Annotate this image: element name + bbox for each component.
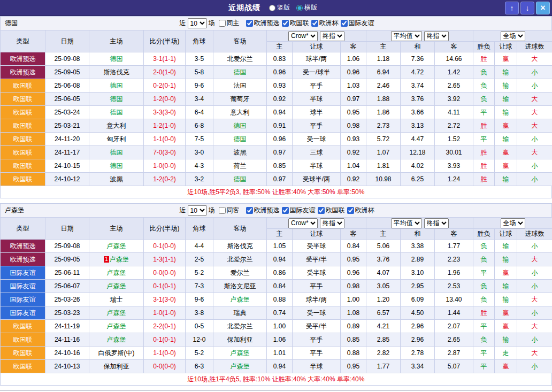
layout-horizontal-radio[interactable]: 横版	[296, 3, 317, 12]
league-checkbox-input[interactable]	[282, 207, 289, 214]
filter-controls: 近10场同主欧洲预选欧国联欧洲杯国际友谊	[178, 18, 374, 28]
match-row: 欧国联24-11-20匈牙利1-1(0-0)7-5德国0.96受一球0.935.…	[1, 133, 552, 146]
league-checkbox[interactable]: 欧洲预选	[246, 206, 280, 215]
horizontal-radio-input[interactable]	[296, 5, 303, 11]
odds-source-select[interactable]: 终指	[424, 218, 449, 228]
odds-home-cell: 0.97	[267, 146, 293, 159]
match-row: 欧洲预选25-09-051卢森堡1-3(1-1)2-5北爱尔兰0.94受平/半0…	[1, 253, 552, 266]
scroll-up-button[interactable]: ↑	[505, 2, 519, 14]
matches-label: 场	[209, 19, 215, 28]
home-team-label: 瑞士	[110, 296, 123, 303]
column-header: 客场	[213, 30, 267, 52]
home-team-cell: 斯洛伐克	[89, 66, 144, 79]
odds-away-cell: 0.96	[341, 66, 366, 79]
league-checkbox-input[interactable]	[341, 20, 348, 27]
score-cell: 1-1(0-0)	[144, 347, 186, 360]
competition-type-badge: 欧国联	[1, 360, 45, 373]
league-checkbox-input[interactable]	[347, 207, 354, 214]
league-checkbox[interactable]: 国际友谊	[282, 206, 316, 215]
layout-vertical-radio[interactable]: 竖版	[269, 3, 290, 12]
odds-away-cell: 0.85	[341, 333, 366, 347]
match-result-cell: 胜	[473, 52, 495, 66]
odds-home-cell: 0.94	[267, 360, 293, 373]
date-cell: 24-11-17	[45, 146, 89, 159]
odds-source-select[interactable]: Crow*	[288, 31, 318, 41]
odds-away-cell: 0.97	[341, 93, 366, 106]
avg-away-odds-cell: 3.92	[435, 93, 473, 106]
league-checkbox[interactable]: 欧洲杯	[347, 206, 374, 215]
avg-away-odds-cell: 2.65	[435, 333, 473, 347]
avg-draw-odds-cell: 3.66	[401, 106, 435, 119]
league-checkbox[interactable]: 国际友谊	[341, 19, 374, 28]
handicap-line-cell: 受一球	[293, 133, 341, 146]
competition-type-badge: 欧国联	[1, 106, 45, 119]
league-checkbox[interactable]: 欧洲预选	[246, 19, 280, 28]
handicap-result-cell: 输	[495, 133, 517, 146]
match-row: 欧国联25-03-24德国3-3(3-0)6-4意大利0.94球半0.951.8…	[1, 106, 552, 119]
competition-type-badge: 欧国联	[1, 333, 45, 347]
odds-source-select[interactable]: 全场	[501, 31, 525, 41]
handicap-result-cell: 输	[495, 240, 517, 253]
same-venue-checkbox-input[interactable]	[219, 207, 226, 214]
league-checkbox-input[interactable]	[311, 20, 318, 27]
column-header: 客场	[213, 218, 267, 240]
away-team-cell: 保加利亚	[213, 333, 267, 347]
filter-bar: 卢森堡近10场同客欧洲预选国际友谊欧国联欧洲杯	[0, 203, 552, 217]
recent-label: 近	[180, 206, 186, 215]
odds-home-cell: 0.74	[267, 306, 293, 320]
handicap-result-cell: 赢	[495, 306, 517, 320]
handicap-result-cell: 赢	[495, 119, 517, 133]
handicap-line-cell: 平手	[293, 79, 341, 93]
home-team-label: 德国	[110, 149, 123, 156]
handicap-result-cell: 走	[495, 347, 517, 360]
odds-source-select[interactable]: 终指	[424, 31, 449, 41]
goals-result-cell: 大	[517, 106, 552, 119]
odds-source-select[interactable]: 平均值	[391, 218, 422, 228]
odds-source-select[interactable]: Crow*	[288, 218, 318, 228]
corner-cell: 6-8	[186, 119, 213, 133]
odds-away-cell: 1.04	[341, 159, 366, 173]
league-checkbox[interactable]: 欧国联	[282, 19, 309, 28]
same-venue-checkbox[interactable]: 同客	[219, 206, 240, 215]
handicap-line-cell: 三球	[293, 146, 341, 159]
same-venue-checkbox-input[interactable]	[219, 20, 226, 27]
avg-draw-odds-cell: 12.18	[401, 146, 435, 159]
close-button[interactable]: ×	[536, 2, 550, 14]
avg-draw-odds-cell: 3.74	[401, 79, 435, 93]
scroll-down-button[interactable]: ↓	[520, 2, 534, 14]
odds-source-select[interactable]: 终指	[320, 31, 344, 41]
avg-away-odds-cell: 14.66	[435, 52, 473, 66]
odds-away-cell: 0.84	[341, 240, 366, 253]
column-subheader: 进球数	[517, 229, 552, 240]
date-cell: 25-03-23	[45, 306, 89, 320]
match-result-cell: 平	[473, 106, 495, 119]
match-result-cell: 负	[473, 280, 495, 293]
odds-home-cell: 0.84	[267, 280, 293, 293]
handicap-result-cell: 赢	[495, 360, 517, 373]
goals-result-cell: 小	[517, 66, 552, 79]
competition-type-badge: 欧洲预选	[1, 66, 45, 79]
league-checkbox[interactable]: 欧洲杯	[311, 19, 339, 28]
score-cell: 1-2(0-0)	[144, 93, 186, 106]
match-count-select[interactable]: 10	[188, 18, 207, 28]
league-checkbox[interactable]: 欧国联	[318, 206, 345, 215]
away-team-cell: 意大利	[213, 106, 267, 119]
handicap-result-cell: 赢	[495, 52, 517, 66]
league-checkbox-input[interactable]	[282, 20, 289, 27]
match-count-select[interactable]: 10	[188, 205, 207, 216]
odds-source-select[interactable]: 全场	[501, 218, 525, 228]
avg-home-odds-cell: 6.57	[366, 306, 401, 320]
column-subheader: 和	[401, 42, 435, 52]
league-checkbox-input[interactable]	[318, 207, 325, 214]
matches-label: 场	[209, 206, 215, 215]
odds-source-select[interactable]: 平均值	[391, 31, 422, 41]
same-venue-checkbox[interactable]: 同主	[219, 19, 240, 28]
handicap-line-cell: 半球	[293, 159, 341, 173]
vertical-radio-input[interactable]	[269, 5, 275, 11]
handicap-result-cell: 输	[495, 79, 517, 93]
league-checkbox-input[interactable]	[246, 20, 253, 27]
odds-away-cell: 1.03	[341, 79, 366, 93]
league-checkbox-input[interactable]	[246, 207, 253, 214]
odds-source-select[interactable]: 终指	[320, 218, 344, 228]
avg-home-odds-cell: 4.21	[366, 320, 401, 333]
